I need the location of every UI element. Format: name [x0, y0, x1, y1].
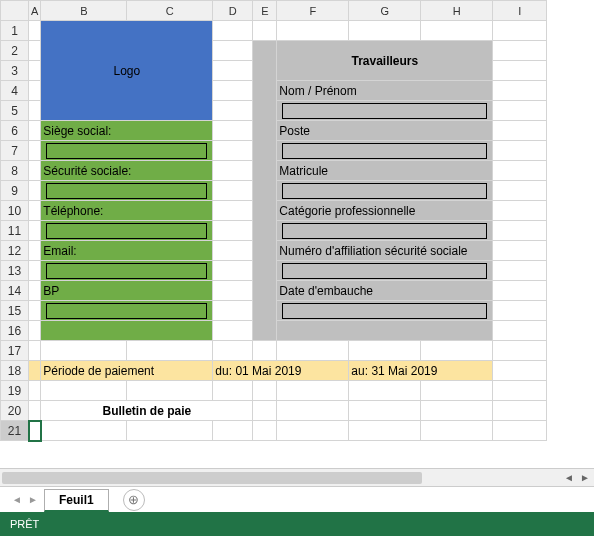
active-cell[interactable] [29, 421, 41, 441]
input-telephone[interactable] [41, 221, 213, 241]
cell[interactable] [493, 321, 547, 341]
scrollbar-thumb[interactable] [2, 472, 422, 484]
cell[interactable] [29, 181, 41, 201]
sheet-tab-feuil1[interactable]: Feuil1 [44, 489, 109, 512]
row-header[interactable]: 11 [1, 221, 29, 241]
col-header[interactable]: B [41, 1, 127, 21]
cell[interactable] [29, 141, 41, 161]
input-embauche[interactable] [277, 301, 493, 321]
cell[interactable] [213, 201, 253, 221]
cell[interactable] [213, 241, 253, 261]
cell[interactable] [213, 321, 253, 341]
cell[interactable] [493, 361, 547, 381]
cell[interactable] [213, 221, 253, 241]
row-header[interactable]: 18 [1, 361, 29, 381]
cell[interactable] [349, 21, 421, 41]
cell[interactable] [493, 221, 547, 241]
cell[interactable] [213, 121, 253, 141]
row-header[interactable]: 2 [1, 41, 29, 61]
cell[interactable] [29, 401, 41, 421]
cell[interactable] [493, 201, 547, 221]
select-all-corner[interactable] [1, 1, 29, 21]
cell[interactable] [493, 381, 547, 401]
cell[interactable] [493, 121, 547, 141]
col-header[interactable]: I [493, 1, 547, 21]
cell[interactable] [29, 121, 41, 141]
cell[interactable] [493, 401, 547, 421]
cell[interactable] [213, 141, 253, 161]
cell[interactable] [493, 241, 547, 261]
cell[interactable] [29, 281, 41, 301]
row-header[interactable]: 21 [1, 421, 29, 441]
cell[interactable] [349, 381, 421, 401]
cell[interactable] [29, 21, 41, 41]
cell[interactable] [127, 381, 213, 401]
cell[interactable] [493, 101, 547, 121]
cell[interactable] [277, 421, 349, 441]
row-header[interactable]: 4 [1, 81, 29, 101]
cell[interactable] [127, 421, 213, 441]
cell[interactable] [29, 381, 41, 401]
cell[interactable] [213, 421, 253, 441]
input-nom[interactable] [277, 101, 493, 121]
cell[interactable] [493, 41, 547, 61]
cell[interactable] [29, 241, 41, 261]
cell[interactable] [253, 381, 277, 401]
cell[interactable] [349, 401, 421, 421]
row-header[interactable]: 6 [1, 121, 29, 141]
row-header[interactable]: 17 [1, 341, 29, 361]
cell[interactable] [421, 421, 493, 441]
cell[interactable] [349, 421, 421, 441]
col-header[interactable]: H [421, 1, 493, 21]
cell[interactable] [493, 181, 547, 201]
add-sheet-button[interactable]: ⊕ [123, 489, 145, 511]
cell[interactable] [421, 341, 493, 361]
cell[interactable] [213, 101, 253, 121]
col-header[interactable]: D [213, 1, 253, 21]
cell[interactable] [213, 301, 253, 321]
cell[interactable] [213, 81, 253, 101]
input-bp[interactable] [41, 301, 213, 321]
cell[interactable] [493, 301, 547, 321]
row-header[interactable]: 19 [1, 381, 29, 401]
row-header[interactable]: 9 [1, 181, 29, 201]
cell[interactable] [349, 341, 421, 361]
row-header[interactable]: 20 [1, 401, 29, 421]
cell[interactable] [41, 421, 127, 441]
cell[interactable] [493, 81, 547, 101]
cell[interactable] [29, 61, 41, 81]
input-matricule[interactable] [277, 181, 493, 201]
row-header[interactable]: 16 [1, 321, 29, 341]
cell[interactable] [253, 21, 277, 41]
row-header[interactable]: 14 [1, 281, 29, 301]
cell[interactable] [29, 201, 41, 221]
spreadsheet-grid[interactable]: A B C D E F G H I 1 Logo 2 Travailleurs … [0, 0, 594, 468]
scroll-left-icon[interactable]: ◄ [562, 471, 576, 485]
row-header[interactable]: 7 [1, 141, 29, 161]
cell[interactable] [29, 301, 41, 321]
cell[interactable] [29, 101, 41, 121]
cell[interactable] [253, 421, 277, 441]
cell[interactable] [493, 421, 547, 441]
cell[interactable] [41, 341, 127, 361]
col-header[interactable]: F [277, 1, 349, 21]
cell[interactable] [277, 381, 349, 401]
cell[interactable] [493, 161, 547, 181]
cell[interactable] [213, 161, 253, 181]
cell[interactable] [493, 61, 547, 81]
input-securite[interactable] [41, 181, 213, 201]
cell[interactable] [493, 141, 547, 161]
cell[interactable] [493, 261, 547, 281]
cell[interactable] [213, 41, 253, 61]
cell[interactable] [493, 281, 547, 301]
row-header[interactable]: 12 [1, 241, 29, 261]
cell[interactable] [253, 401, 277, 421]
cell[interactable] [493, 341, 547, 361]
tab-nav-next-icon[interactable]: ► [28, 493, 38, 507]
input-affiliation[interactable] [277, 261, 493, 281]
cell[interactable] [29, 261, 41, 281]
input-poste[interactable] [277, 141, 493, 161]
cell[interactable] [253, 341, 277, 361]
cell[interactable] [41, 381, 127, 401]
row-header[interactable]: 15 [1, 301, 29, 321]
